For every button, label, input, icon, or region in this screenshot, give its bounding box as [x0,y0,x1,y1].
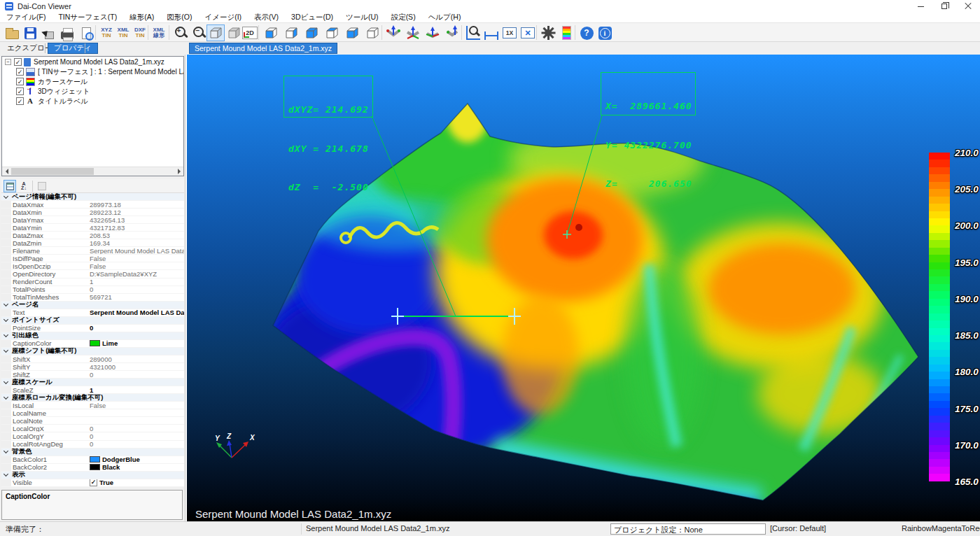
menu-item-6[interactable]: 3Dビュー(D) [285,13,340,22]
view-front-button[interactable] [262,24,280,41]
view-2d-button[interactable]: 2D [241,24,259,41]
view-3d-button[interactable] [206,24,225,41]
measure-button[interactable] [482,24,500,41]
print-button[interactable] [58,24,76,41]
property-row[interactable]: LocalOrgX0 [1,425,184,432]
scroll-right-arrow-icon[interactable] [174,167,183,176]
property-row[interactable]: TotalTinMeshes569721 [1,294,184,302]
property-row[interactable]: LocalRotAngDeg0 [1,441,184,449]
menu-item-3[interactable]: 図形(O) [160,13,198,22]
property-row[interactable]: ShiftY4321000 [1,363,184,371]
view-left-button[interactable] [302,24,321,41]
menu-item-1[interactable]: TINサーフェス(T) [52,13,123,22]
orient-reset-button[interactable] [443,24,461,41]
project-setting-box[interactable]: プロジェクト設定：None [610,523,766,535]
category-row[interactable]: 座標スケール [1,379,184,386]
viewport-3d[interactable]: dXYZ= 214.692 dXY = 214.678 dZ = -2.500 … [187,55,980,521]
scale-1x-button[interactable]: 1X [500,24,519,41]
collapse-icon[interactable]: − [5,59,11,65]
property-row[interactable]: IsLocalFalse [1,402,184,409]
scroll-thumb[interactable] [11,168,94,175]
menu-item-2[interactable]: 線形(A) [123,13,160,22]
category-row[interactable]: 引出線色 [1,332,184,340]
checkbox[interactable]: ✓ [16,68,24,76]
menu-item-9[interactable]: ヘルプ(H) [422,13,468,22]
tree-item[interactable]: ✓[ TINサーフェス ] : 1 : Serpent Mound Model … [2,67,183,76]
property-row[interactable]: LocalName [1,409,184,417]
property-row[interactable]: Visible✓True [1,479,184,487]
property-row[interactable]: DataXmax289973.18 [1,201,184,209]
property-row[interactable]: RenderCount1 [1,278,184,286]
tree-item[interactable]: ✓タイトルラベル [2,97,183,106]
minimize-button[interactable] [909,0,932,13]
xml-alignment-button[interactable]: XML線形 [150,24,168,41]
category-row[interactable]: ポイントサイズ [1,317,184,325]
category-row[interactable]: 背景色 [1,449,184,456]
categorize-button[interactable] [4,180,16,192]
export-button[interactable] [40,24,58,41]
tree-item[interactable]: ✓3Dウィジェット [2,87,183,96]
checkbox[interactable]: ✓ [90,479,97,487]
property-row[interactable]: TextSerpent Mound Model LAS Da [1,309,184,317]
view-right-button[interactable] [323,24,341,41]
menu-item-4[interactable]: イメージ(I) [198,13,248,22]
menu-item-5[interactable]: 表示(V) [248,13,285,22]
property-row[interactable]: DataZmax208.53 [1,232,184,239]
property-row[interactable]: DataXmin289223.12 [1,209,184,216]
property-row[interactable]: FilenameSerpent Mound Model LAS Data2_1 [1,247,184,255]
clear-measure-button[interactable] [519,24,537,41]
tree-horizontal-scrollbar[interactable] [2,167,183,176]
category-row[interactable]: 表示 [1,472,184,479]
open-button[interactable] [3,24,21,41]
category-row[interactable]: ページ情報(編集不可) [1,193,184,201]
print-preview-button[interactable] [77,24,95,41]
zoom-in-button[interactable] [172,24,190,41]
orient-x-up-button[interactable] [404,24,422,41]
checkbox[interactable]: ✓ [14,58,22,66]
orient-z-up-button[interactable] [384,24,402,41]
category-row[interactable]: 座標系ローカル変換(編集不可) [1,394,184,402]
property-row[interactable]: CaptionColorLime [1,340,184,348]
color-scale-button[interactable] [557,24,575,41]
zoom-extents-button[interactable] [464,24,482,41]
property-row[interactable]: PointSize0 [1,325,184,332]
property-row[interactable]: DataYmin4321712.83 [1,224,184,232]
orient-y-up-button[interactable] [424,24,442,41]
property-row[interactable]: DataYmax4322654.13 [1,216,184,224]
checkbox[interactable]: ✓ [16,97,24,105]
property-row[interactable]: ShiftZ0 [1,371,184,379]
menu-item-0[interactable]: ファイル(F) [0,13,52,22]
property-row[interactable]: LocalOrgY0 [1,432,184,440]
property-row[interactable]: TotalPoints0 [1,286,184,294]
property-pages-button[interactable] [36,180,48,192]
property-row[interactable]: BackColor1DodgerBlue [1,456,184,464]
property-row[interactable]: DataZmin169.34 [1,239,184,247]
maximize-button[interactable] [932,0,956,13]
view-bottom-button[interactable] [363,24,382,41]
property-row[interactable]: ShiftX289000 [1,355,184,363]
close-button[interactable] [956,0,980,13]
tab-properties[interactable]: プロパティ [48,43,98,54]
checkbox[interactable]: ✓ [16,87,24,95]
view-back-button[interactable] [282,24,300,41]
property-row[interactable]: ScaleZ1 [1,386,184,394]
document-tab[interactable]: Serpent Mound Model LAS Data2_1m.xyz [189,43,337,54]
about-button[interactable] [596,24,614,41]
category-row[interactable]: 座標シフト(編集不可) [1,348,184,355]
view-top-button[interactable] [343,24,361,41]
property-row[interactable]: IsDiffPageFalse [1,255,184,262]
save-button[interactable] [21,24,39,41]
property-row[interactable]: LocalNote [1,417,184,425]
tree-root-item[interactable]: −✓Serpent Mound Model LAS Data2_1m.xyz [2,57,183,66]
settings-button[interactable] [539,24,557,41]
checkbox[interactable]: ✓ [16,78,24,85]
category-row[interactable]: ページ名 [1,302,184,309]
xml-tin-button[interactable]: XMLTIN [114,24,132,41]
scroll-left-arrow-icon[interactable] [2,167,11,176]
sort-alpha-button[interactable]: AZ [18,180,30,192]
help-button[interactable] [578,24,596,41]
menu-item-7[interactable]: ツール(U) [340,13,385,22]
property-row[interactable]: IsOpenDczipFalse [1,262,184,270]
dxf-tin-button[interactable]: DXFTIN [131,24,149,41]
property-row[interactable]: OpenDirectoryD:¥SampleData2¥XYZ [1,270,184,278]
